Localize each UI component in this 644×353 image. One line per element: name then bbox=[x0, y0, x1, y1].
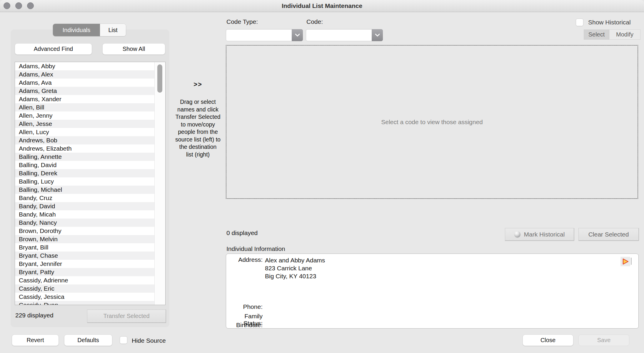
list-item[interactable]: Cassidy, Jessica bbox=[15, 293, 154, 301]
individual-list-maintenance-window: Individual List Maintenance Individuals … bbox=[0, 0, 644, 353]
source-displayed-count: 229 displayed bbox=[15, 312, 54, 319]
list-item[interactable]: Brown, Dorothy bbox=[15, 227, 154, 235]
code-label: Code: bbox=[306, 18, 323, 25]
list-item[interactable]: Bandy, Nancy bbox=[15, 219, 154, 227]
show-historical-checkbox[interactable] bbox=[576, 19, 583, 26]
address-line: Alex and Abby Adams bbox=[265, 256, 325, 264]
list-item[interactable]: Brown, Melvin bbox=[15, 235, 154, 243]
list-item[interactable]: Balling, Michael bbox=[15, 186, 154, 194]
select-modify-segmented-control: Select Modify bbox=[584, 30, 640, 39]
list-item[interactable]: Bryant, Bill bbox=[15, 243, 154, 252]
mark-historical-label: Mark Historical bbox=[524, 231, 565, 238]
play-arrow-icon bbox=[622, 258, 629, 265]
list-item[interactable]: Cassidy, Ryan bbox=[15, 301, 154, 305]
window-zoom-button[interactable] bbox=[27, 2, 34, 9]
list-item[interactable]: Balling, David bbox=[15, 161, 154, 169]
destination-displayed-count: 0 displayed bbox=[226, 229, 258, 237]
hide-source-label: Hide Source bbox=[132, 337, 166, 344]
address-line: Big City, KY 40123 bbox=[265, 272, 325, 280]
clear-selected-button[interactable]: Clear Selected bbox=[578, 228, 639, 241]
list-item[interactable]: Adams, Ava bbox=[15, 79, 154, 87]
list-item[interactable]: Allen, Jenny bbox=[15, 111, 154, 120]
list-item[interactable]: Adams, Xander bbox=[15, 95, 154, 103]
list-item[interactable]: Andrews, Bob bbox=[15, 136, 154, 144]
transfer-direction-icon: >> bbox=[176, 81, 220, 88]
phone-label: Phone: bbox=[226, 303, 263, 310]
list-item[interactable]: Allen, Lucy bbox=[15, 128, 154, 136]
list-scrollbar-track[interactable] bbox=[154, 62, 165, 305]
window-minimize-button[interactable] bbox=[15, 2, 22, 9]
show-historical-label: Show Historical bbox=[588, 19, 631, 26]
address-value: Alex and Abby Adams823 Carrick LaneBig C… bbox=[265, 256, 325, 280]
list-item[interactable]: Allen, Jesse bbox=[15, 120, 154, 128]
list-item[interactable]: Balling, Lucy bbox=[15, 177, 154, 186]
advanced-find-button[interactable]: Advanced Find bbox=[15, 43, 92, 55]
list-item[interactable]: Bandy, Cruz bbox=[15, 194, 154, 202]
chevron-down-icon[interactable] bbox=[292, 29, 303, 41]
list-item[interactable]: Andrews, Elizabeth bbox=[15, 144, 154, 153]
individual-information-title: Individual Information bbox=[226, 245, 285, 252]
individual-information-panel: Address: Alex and Abby Adams823 Carrick … bbox=[226, 254, 639, 329]
address-line: 823 Carrick Lane bbox=[265, 264, 325, 272]
defaults-button[interactable]: Defaults bbox=[64, 334, 112, 346]
individuals-list-box: Adams, AbbyAdams, AlexAdams, AvaAdams, G… bbox=[15, 62, 166, 305]
list-scrollbar-thumb[interactable] bbox=[157, 64, 162, 93]
code-dropdown[interactable] bbox=[306, 29, 383, 41]
show-all-button[interactable]: Show All bbox=[102, 43, 165, 55]
list-item[interactable]: Balling, Derek bbox=[15, 169, 154, 177]
transfer-selected-button[interactable]: Transfer Selected bbox=[87, 309, 166, 323]
window-close-button[interactable] bbox=[4, 2, 10, 9]
tab-list[interactable]: List bbox=[100, 24, 126, 36]
individuals-list: Adams, AbbyAdams, AlexAdams, AvaAdams, G… bbox=[15, 62, 154, 305]
segment-modify[interactable]: Modify bbox=[609, 30, 640, 39]
birthdate-label: Birthdate: bbox=[226, 322, 263, 329]
destination-empty-message: Select a code to view those assigned bbox=[381, 119, 483, 126]
code-type-label: Code Type: bbox=[226, 18, 258, 25]
list-item[interactable]: Bandy, David bbox=[15, 202, 154, 210]
transfer-hint-text: Drag or select names and click Transfer … bbox=[175, 98, 221, 158]
window-title: Individual List Maintenance bbox=[282, 2, 362, 9]
list-item[interactable]: Bandy, Micah bbox=[15, 210, 154, 219]
code-type-dropdown[interactable] bbox=[226, 29, 303, 41]
hide-source-checkbox[interactable] bbox=[120, 336, 127, 344]
sphere-icon bbox=[514, 231, 520, 237]
list-item[interactable]: Balling, Annette bbox=[15, 153, 154, 161]
revert-button[interactable]: Revert bbox=[12, 334, 59, 346]
mark-historical-button[interactable]: Mark Historical bbox=[505, 228, 574, 241]
list-item[interactable]: Allen, Bill bbox=[15, 103, 154, 111]
list-item[interactable]: Bryant, Jennifer bbox=[15, 260, 154, 268]
tab-individuals[interactable]: Individuals bbox=[53, 24, 100, 36]
window-controls bbox=[4, 2, 34, 9]
list-item[interactable]: Bryant, Patty bbox=[15, 268, 154, 276]
list-item[interactable]: Adams, Alex bbox=[15, 70, 154, 79]
list-item[interactable]: Adams, Abby bbox=[15, 62, 154, 70]
go-to-individual-button[interactable] bbox=[620, 257, 630, 266]
close-button[interactable]: Close bbox=[523, 334, 573, 346]
chevron-down-icon[interactable] bbox=[372, 29, 383, 41]
save-button[interactable]: Save bbox=[578, 334, 629, 346]
address-label: Address: bbox=[226, 256, 263, 263]
list-item[interactable]: Cassidy, Eric bbox=[15, 284, 154, 293]
source-tabs: Individuals List bbox=[53, 24, 126, 36]
destination-drop-area[interactable]: Select a code to view those assigned bbox=[226, 45, 638, 199]
info-scrollbar-thumb[interactable] bbox=[631, 258, 632, 265]
list-item[interactable]: Bryant, Chase bbox=[15, 252, 154, 260]
list-item[interactable]: Adams, Greta bbox=[15, 87, 154, 95]
segment-select[interactable]: Select bbox=[584, 30, 609, 39]
title-bar: Individual List Maintenance bbox=[0, 0, 644, 12]
list-item[interactable]: Cassidy, Adrienne bbox=[15, 276, 154, 284]
